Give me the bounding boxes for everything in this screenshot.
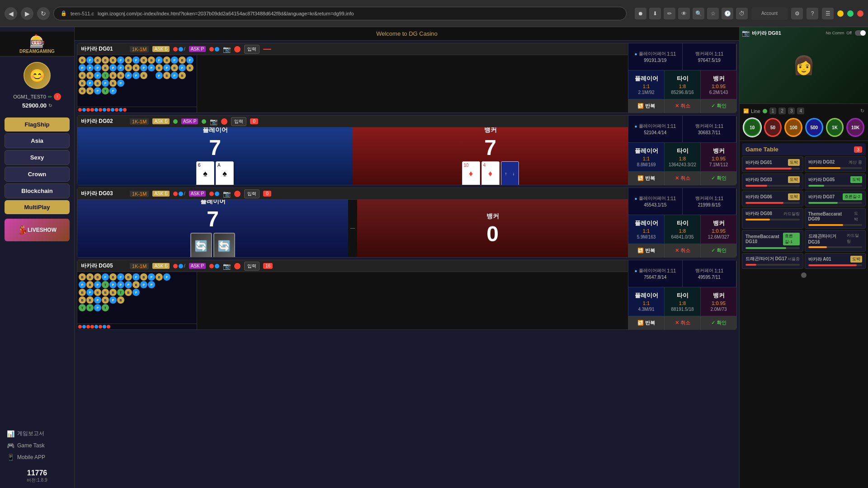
sidebar-item-multiplay[interactable]: MultiPlay: [5, 200, 70, 214]
input-btn-dg02[interactable]: 입력: [231, 117, 246, 126]
sidebar-item-asia[interactable]: Asia: [5, 133, 70, 148]
star-btn[interactable]: ☆: [707, 8, 719, 19]
banker-pair-title-dg01: 뱅커페어 1:11: [695, 51, 723, 57]
tie-bet-dg01[interactable]: 타이 1:8 85296.8/16: [665, 70, 701, 99]
welcome-bar: Welcome to DG Casino: [75, 27, 739, 41]
refresh-button[interactable]: ↻: [37, 7, 50, 20]
player-pair-box-dg01[interactable]: ● 플레이어페어 1:11 99191.3/19: [628, 43, 683, 70]
banker-bet-dg05[interactable]: 뱅커 1:0.95 2.0M/73: [701, 287, 736, 316]
table-item-dg06[interactable]: 바카라 DG06 도박: [742, 191, 803, 206]
maximize-button[interactable]: [847, 10, 854, 17]
input-btn-dg01[interactable]: 입력: [244, 45, 259, 54]
chip-10[interactable]: 10: [743, 118, 761, 137]
address-bar[interactable]: 🔒 teen-511.c login.izogcnj.com/pc-index/…: [53, 7, 627, 20]
cancel-btn-dg02[interactable]: ✕ 취소: [664, 172, 701, 185]
table-item-dg09[interactable]: ThemeBaccarat DG09 도박: [805, 208, 866, 229]
line-num-1[interactable]: 1: [769, 108, 777, 114]
banker-pair-box-dg03[interactable]: 뱅커페어 1:11 21999.6/15: [683, 188, 737, 215]
tie-bet-dg03[interactable]: 타이 1:8 64841.0/35: [665, 215, 701, 244]
sidebar-item-blockchain[interactable]: Blockchain: [5, 183, 70, 198]
input-btn-dg03[interactable]: 입력: [244, 189, 259, 198]
settings-btn[interactable]: ⚙: [791, 8, 803, 19]
repeat-btn-dg03[interactable]: 🔁 반복: [628, 244, 664, 257]
gametask-link[interactable]: 🎮 Game Task: [5, 440, 70, 451]
banker-bet-dg03[interactable]: 뱅커 1:0.95 12.6M/327: [701, 215, 736, 244]
repeat-btn-dg01[interactable]: 🔁 반복: [628, 99, 664, 113]
liveshow-banner[interactable]: 💃 LIVESHOW: [5, 219, 70, 241]
banker-pair-box-dg05[interactable]: 뱅커페어 1:11 49595.7/11: [683, 260, 737, 287]
table-item-dg10[interactable]: ThemeBaccarat DG10 흐른길-1: [742, 230, 803, 252]
refresh-chips-icon[interactable]: ↻: [860, 108, 864, 114]
repeat-btn-dg05[interactable]: 🔁 반복: [628, 316, 664, 329]
confirm-btn-dg01[interactable]: ✓ 확인: [701, 99, 736, 113]
camera-record-btn[interactable]: ⏺: [635, 8, 646, 19]
back-button[interactable]: ◀: [5, 7, 17, 20]
banker-bet-dg02[interactable]: 뱅커 1:0.95 7.1M/112: [701, 143, 736, 171]
confirm-btn-dg05[interactable]: ✓ 확인: [701, 316, 736, 329]
minimize-button[interactable]: [837, 10, 844, 17]
pen-btn[interactable]: ✏: [664, 8, 675, 19]
refresh-balance-icon[interactable]: ↻: [48, 103, 52, 108]
bet-panel-dg03: ● 플레이어페어 1:11 45543.1/15 뱅커페어 1:11 21999…: [628, 188, 736, 257]
player-bet-dg01[interactable]: 플레이어 1:1 2.1M/92: [628, 70, 665, 99]
table-item-dg05[interactable]: 바카라 DG05 도박: [805, 174, 866, 189]
comm-toggle[interactable]: [855, 30, 866, 36]
mobileapp-link[interactable]: 📱 Mobile APP: [5, 451, 70, 463]
tie-bet-dg02[interactable]: 타이 1:8 1364243.3/22: [665, 143, 701, 171]
sidebar-item-flagship[interactable]: FlagShip: [5, 117, 70, 131]
action-buttons-dg01: 🔁 반복 ✕ 취소 ✓ 확인: [628, 99, 736, 113]
banker-bet-dg01[interactable]: 뱅커 1:0.95 6.2M/143: [701, 70, 736, 99]
eye-btn[interactable]: 👁: [678, 8, 690, 19]
confirm-btn-dg03[interactable]: ✓ 확인: [701, 244, 736, 257]
player-pair-box-dg05[interactable]: ● 플레이어페어 1:11 75647.8/14: [628, 260, 683, 287]
player-pair-stats-dg03: 45543.1/15: [644, 202, 666, 207]
chip-500[interactable]: 500: [805, 118, 823, 137]
gameinfo-link[interactable]: 📊 게임보고서: [5, 427, 70, 440]
chip-100[interactable]: 100: [784, 118, 802, 137]
cancel-btn-dg03[interactable]: ✕ 취소: [664, 244, 701, 257]
menu-btn[interactable]: ☰: [822, 8, 834, 19]
table-item-dg08[interactable]: 바카라 DG08 카드딜링: [742, 208, 803, 229]
cancel-btn-dg05[interactable]: ✕ 취소: [664, 316, 701, 329]
line-num-3[interactable]: 3: [788, 108, 795, 114]
line-num-2[interactable]: 2: [778, 108, 786, 114]
confirm-btn-dg02[interactable]: ✓ 확인: [701, 172, 736, 185]
account-area: Account: [751, 7, 788, 20]
download-btn[interactable]: ⬇: [649, 8, 661, 19]
table-item-dg16[interactable]: 드래곤/타이거 DG16 카드딜링: [805, 230, 866, 252]
action-buttons-dg05: 🔁 반복 ✕ 취소 ✓ 확인: [628, 316, 736, 329]
input-btn-dg05[interactable]: 입력: [244, 262, 259, 271]
table-item-dg03[interactable]: 바카라 DG03 도박: [742, 174, 803, 189]
pair-section-dg05: ● 플레이어페어 1:11 75647.8/14 뱅커페어 1:11 49595…: [628, 260, 736, 287]
cancel-btn-dg01[interactable]: ✕ 취소: [664, 99, 701, 113]
banker-pair-box-dg01[interactable]: 뱅커페어 1:11 97647.5/19: [683, 43, 737, 70]
table-item-a01[interactable]: 바카라 A01 도박: [805, 253, 866, 269]
banker-cards-dg02: 10 ♦ 4 ♦ ↑↓: [462, 161, 519, 185]
help-btn[interactable]: ?: [807, 8, 818, 19]
table-item-dg01[interactable]: 바카라 DG01 도박: [742, 156, 803, 172]
chip-50[interactable]: 50: [764, 118, 782, 137]
forward-button[interactable]: ▶: [21, 7, 33, 20]
repeat-btn-dg02[interactable]: 🔁 반복: [628, 172, 664, 185]
player-bet-dg02[interactable]: 플레이어 1:1 8.8M/169: [628, 143, 665, 171]
sidebar-item-crown[interactable]: Crown: [5, 167, 70, 182]
player-pair-box-dg03[interactable]: ● 플레이어페어 1:11 45543.1/15: [628, 188, 683, 215]
history-btn[interactable]: 🕐: [722, 8, 733, 19]
chip-1000[interactable]: 1K: [826, 118, 844, 137]
player-pair-box-dg02[interactable]: ● 플레이어페어 1:11 52104.4/14: [628, 116, 683, 142]
player-bet-dg03[interactable]: 플레이어 1:1 5.9M/163: [628, 215, 665, 244]
table-item-dg02[interactable]: 바카라 DG02 계산 중: [805, 156, 866, 172]
line-num-4[interactable]: 4: [797, 108, 804, 114]
clock-btn[interactable]: ⏱: [736, 8, 748, 19]
table-item-dg17[interactable]: 드래곤/타이거 DG17 서플중: [742, 253, 803, 269]
close-button[interactable]: [857, 10, 863, 17]
chip-10000[interactable]: 10K: [846, 118, 864, 137]
table-item-dg07[interactable]: 바카라 DG07 흐른길-2: [805, 191, 866, 206]
player-bet-dg05[interactable]: 플레이어 1:1 4.3M/91: [628, 287, 665, 316]
chips-row: 10 50 100 500 1K 10K: [743, 118, 864, 137]
tie-bet-dg05[interactable]: 타이 1:8 88191.5/18: [665, 287, 701, 316]
banker-pair-box-dg02[interactable]: 뱅커페어 1:11 30683.7/11: [683, 116, 737, 142]
search-btn[interactable]: 🔍: [693, 8, 704, 19]
edit-username-icon[interactable]: ✏: [48, 94, 52, 100]
sidebar-item-sexy[interactable]: Sexy: [5, 150, 70, 165]
